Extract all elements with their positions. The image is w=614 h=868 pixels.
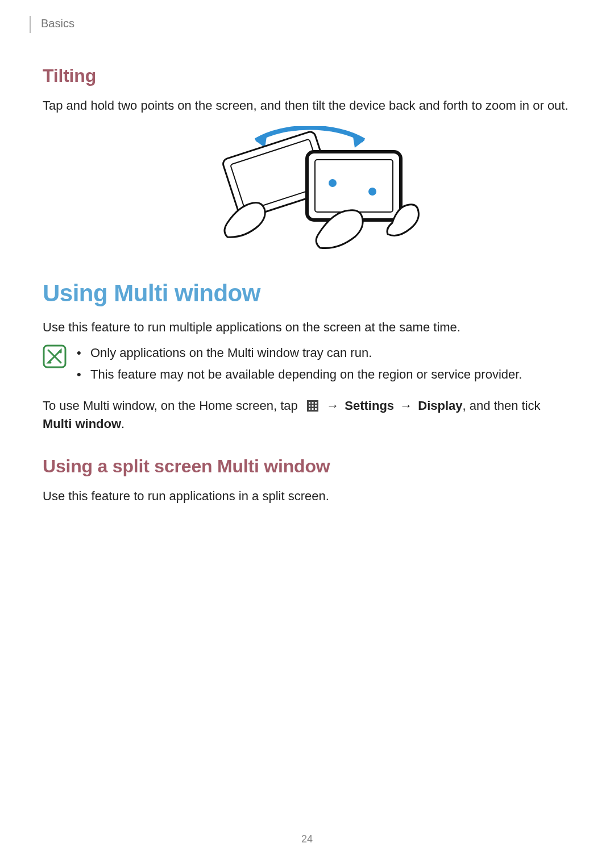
heading-split-screen: Using a split screen Multi window <box>43 456 571 477</box>
breadcrumb: Basics <box>41 17 74 30</box>
tilting-figure <box>188 126 426 251</box>
svg-rect-11 <box>312 402 314 404</box>
svg-rect-14 <box>312 405 314 406</box>
instruction-mid: , and then tick <box>463 398 541 413</box>
svg-rect-13 <box>309 405 310 406</box>
figure-tilting <box>43 126 571 251</box>
svg-rect-5 <box>315 160 393 212</box>
note-item: This feature may not be available depend… <box>77 365 522 384</box>
label-display: Display <box>418 398 462 413</box>
apps-grid-icon <box>307 400 318 412</box>
note-item: Only applications on the Multi window tr… <box>77 343 522 363</box>
svg-point-7 <box>368 188 376 196</box>
paragraph-split-screen: Use this feature to run applications in … <box>43 487 571 505</box>
paragraph-tilting: Tap and hold two points on the screen, a… <box>43 97 571 115</box>
paragraph-multi-window-steps: To use Multi window, on the Home screen,… <box>43 397 571 433</box>
note-block: Only applications on the Multi window tr… <box>43 343 571 387</box>
period: . <box>121 417 125 431</box>
svg-rect-12 <box>315 402 317 404</box>
label-settings: Settings <box>345 398 394 413</box>
heading-multi-window: Using Multi window <box>43 280 571 307</box>
page-content: Tilting Tap and hold two points on the s… <box>43 23 571 505</box>
arrow-icon: → <box>397 398 414 413</box>
page-number: 24 <box>0 833 614 845</box>
svg-rect-10 <box>309 402 310 404</box>
svg-rect-18 <box>315 408 317 410</box>
note-list: Only applications on the Multi window tr… <box>77 343 522 387</box>
svg-point-6 <box>329 179 337 187</box>
paragraph-multi-window-intro: Use this feature to run multiple applica… <box>43 318 571 337</box>
arrow-icon: → <box>324 398 341 413</box>
header-rule <box>30 16 31 33</box>
svg-rect-15 <box>315 405 317 406</box>
instruction-prefix: To use Multi window, on the Home screen,… <box>43 398 301 413</box>
heading-tilting: Tilting <box>43 65 571 86</box>
svg-rect-16 <box>309 408 310 410</box>
svg-rect-17 <box>312 408 314 410</box>
note-icon <box>43 344 67 368</box>
label-multi-window: Multi window <box>43 417 121 431</box>
document-page: Basics Tilting Tap and hold two points o… <box>0 0 614 868</box>
